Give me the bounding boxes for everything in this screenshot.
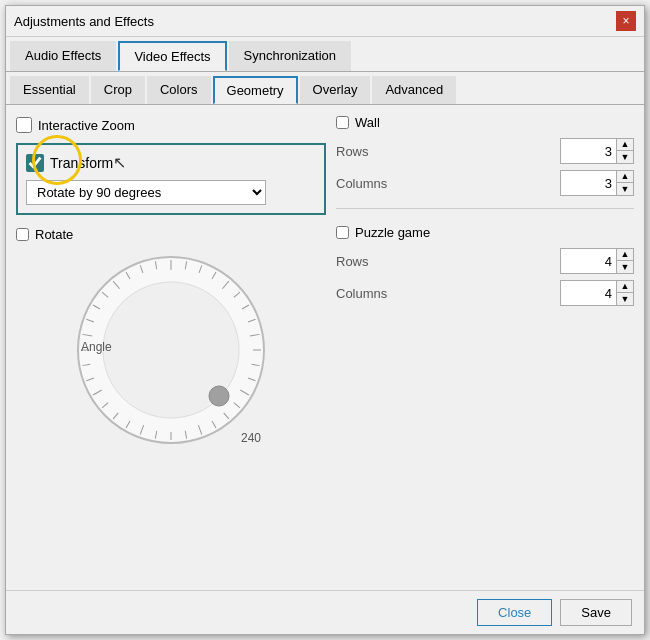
puzzle-checkbox[interactable] [336, 226, 349, 239]
puzzle-rows-row: Rows ▲ ▼ [336, 248, 634, 274]
rotate-section: Rotate Angle [16, 227, 326, 450]
tab-synchronization[interactable]: Synchronization [229, 41, 352, 71]
puzzle-columns-increment-button[interactable]: ▲ [617, 281, 633, 293]
interactive-zoom-label: Interactive Zoom [38, 118, 135, 133]
puzzle-columns-input[interactable] [561, 284, 616, 303]
dialog-title: Adjustments and Effects [14, 14, 154, 29]
tab-geometry[interactable]: Geometry [213, 76, 298, 104]
content-area: Interactive Zoom Transform ↖ Rotate by 9… [6, 105, 644, 590]
columns-spinner-buttons: ▲ ▼ [616, 171, 633, 195]
divider [336, 208, 634, 209]
right-panel: Wall Rows ▲ ▼ Columns [336, 115, 634, 580]
title-bar: Adjustments and Effects × [6, 6, 644, 37]
puzzle-rows-decrement-button[interactable]: ▼ [617, 261, 633, 273]
puzzle-section: Puzzle game Rows ▲ ▼ C [336, 225, 634, 306]
sub-tabs: Essential Crop Colors Geometry Overlay A… [6, 72, 644, 105]
puzzle-rows-spinner: ▲ ▼ [560, 248, 634, 274]
rows-spinner: ▲ ▼ [560, 138, 634, 164]
tab-video-effects[interactable]: Video Effects [118, 41, 226, 71]
puzzle-columns-spinner: ▲ ▼ [560, 280, 634, 306]
rows-spinner-buttons: ▲ ▼ [616, 139, 633, 163]
columns-input[interactable] [561, 174, 616, 193]
svg-point-38 [209, 386, 229, 406]
puzzle-label: Puzzle game [355, 225, 430, 240]
puzzle-columns-label: Columns [336, 286, 406, 301]
close-button[interactable]: × [616, 11, 636, 31]
dropdown-row: Rotate by 90 degrees Rotate by 180 degre… [26, 180, 316, 205]
columns-increment-button[interactable]: ▲ [617, 171, 633, 183]
main-tabs: Audio Effects Video Effects Synchronizat… [6, 37, 644, 72]
columns-row: Columns ▲ ▼ [336, 170, 634, 196]
tab-colors[interactable]: Colors [147, 76, 211, 104]
close-dialog-button[interactable]: Close [477, 599, 552, 626]
transform-checkbox[interactable] [26, 154, 44, 172]
transform-header: Transform ↖ [26, 153, 316, 172]
puzzle-columns-spinner-buttons: ▲ ▼ [616, 281, 633, 305]
rows-row: Rows ▲ ▼ [336, 138, 634, 164]
angle-value: 240 [241, 431, 261, 445]
columns-spinner: ▲ ▼ [560, 170, 634, 196]
wall-grid-section: Rows ▲ ▼ Columns ▲ [336, 138, 634, 196]
wall-label: Wall [355, 115, 380, 130]
wall-row: Wall [336, 115, 634, 130]
tab-overlay[interactable]: Overlay [300, 76, 371, 104]
transform-box: Transform ↖ Rotate by 90 degrees Rotate … [16, 143, 326, 215]
puzzle-rows-increment-button[interactable]: ▲ [617, 249, 633, 261]
save-button[interactable]: Save [560, 599, 632, 626]
dial-container: Angle [71, 250, 271, 450]
puzzle-columns-row: Columns ▲ ▼ [336, 280, 634, 306]
columns-decrement-button[interactable]: ▼ [617, 183, 633, 195]
interactive-zoom-row: Interactive Zoom [16, 115, 326, 135]
puzzle-columns-decrement-button[interactable]: ▼ [617, 293, 633, 305]
rotate-dropdown[interactable]: Rotate by 90 degrees Rotate by 180 degre… [26, 180, 266, 205]
tab-essential[interactable]: Essential [10, 76, 89, 104]
puzzle-header: Puzzle game [336, 225, 634, 240]
puzzle-rows-label: Rows [336, 254, 406, 269]
cursor-icon: ↖ [113, 153, 126, 172]
rows-input[interactable] [561, 142, 616, 161]
rotate-checkbox[interactable] [16, 228, 29, 241]
interactive-zoom-checkbox[interactable] [16, 117, 32, 133]
puzzle-rows-input[interactable] [561, 252, 616, 271]
puzzle-grid-section: Rows ▲ ▼ Columns [336, 248, 634, 306]
puzzle-rows-spinner-buttons: ▲ ▼ [616, 249, 633, 273]
rows-increment-button[interactable]: ▲ [617, 139, 633, 151]
tab-audio-effects[interactable]: Audio Effects [10, 41, 116, 71]
rotate-label: Rotate [35, 227, 73, 242]
angle-label: Angle [81, 340, 112, 354]
adjustments-dialog: Adjustments and Effects × Audio Effects … [5, 5, 645, 635]
columns-label: Columns [336, 176, 406, 191]
rotate-row: Rotate [16, 227, 326, 242]
rows-label: Rows [336, 144, 406, 159]
tab-crop[interactable]: Crop [91, 76, 145, 104]
transform-header-wrapper: Transform ↖ [50, 153, 126, 172]
bottom-bar: Close Save [6, 590, 644, 634]
transform-label: Transform [50, 155, 113, 171]
tab-advanced[interactable]: Advanced [372, 76, 456, 104]
left-panel: Interactive Zoom Transform ↖ Rotate by 9… [16, 115, 326, 580]
rows-decrement-button[interactable]: ▼ [617, 151, 633, 163]
wall-checkbox[interactable] [336, 116, 349, 129]
